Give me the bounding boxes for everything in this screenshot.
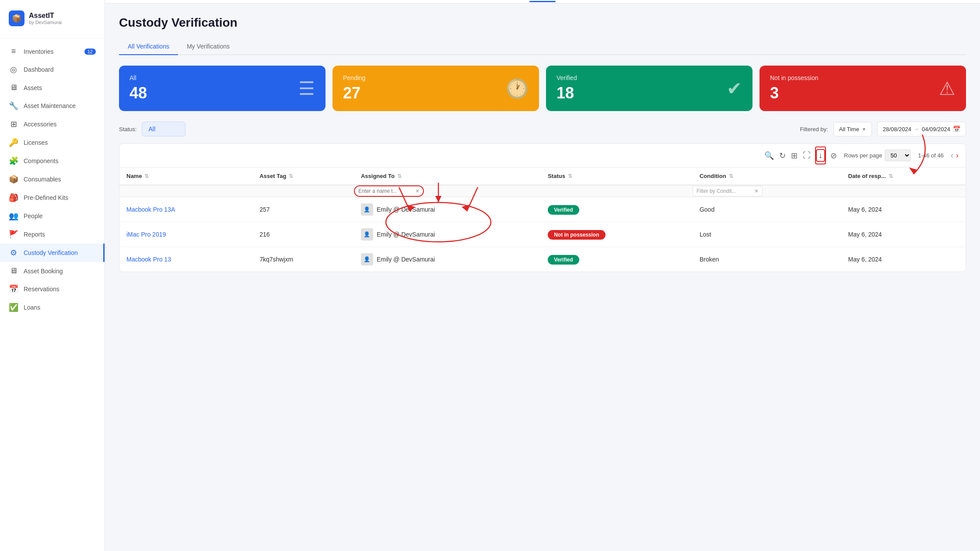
- sidebar-icon-loans: ✅: [9, 303, 18, 312]
- sidebar-item-licenses[interactable]: 🔑 Licenses: [0, 133, 105, 152]
- table-row: iMac Pro 2019 216 👤 Emily @ DevSamurai N…: [119, 222, 966, 247]
- status-badge-verified: Verified: [548, 205, 579, 215]
- sidebar-label-assets: Assets: [24, 84, 42, 91]
- stat-card-left-verified: Verified 18: [556, 74, 577, 102]
- cell-assigned-to: 👤 Emily @ DevSamurai: [354, 247, 541, 272]
- stat-card-left-not-in-possession: Not in possession 3: [770, 74, 819, 102]
- tab-my-verifications[interactable]: My Verifications: [178, 38, 238, 55]
- sidebar-item-assets[interactable]: 🖥 Assets: [0, 79, 105, 97]
- sidebar-label-reservations: Reservations: [24, 286, 60, 293]
- content-area: Custody Verification All VerificationsMy…: [105, 3, 980, 551]
- sidebar-icon-components: 🧩: [9, 156, 18, 166]
- sidebar-divider-top: [0, 38, 105, 39]
- sidebar-item-people[interactable]: 👥 People: [0, 207, 105, 225]
- download-icon[interactable]: ↓: [816, 149, 825, 162]
- filter-asset-tag-cell: [252, 185, 354, 197]
- filter-name-cell: [119, 185, 252, 197]
- sidebar-item-consumables[interactable]: 📦 Consumables: [0, 170, 105, 188]
- sidebar-label-accessories: Accessories: [24, 121, 56, 128]
- sidebar-icon-asset-booking: 🖥: [9, 266, 18, 276]
- sidebar-icon-accessories: ⊞: [9, 119, 18, 129]
- asset-link[interactable]: Macbook Pro 13A: [126, 206, 175, 213]
- sidebar-item-reports[interactable]: 🚩 Reports: [0, 225, 105, 244]
- stat-cards: All 48 ☰ Pending 27 🕐 Verified 18 ✔ Not …: [119, 66, 966, 111]
- sidebar-item-custody-verification[interactable]: ⚙ Custody Verification: [0, 244, 105, 262]
- sidebar-icon-inventories: ≡: [9, 47, 18, 56]
- cell-name: Macbook Pro 13: [119, 247, 252, 272]
- sidebar-icon-licenses: 🔑: [9, 138, 18, 147]
- table-body: Macbook Pro 13A 257 👤 Emily @ DevSamurai…: [119, 197, 966, 272]
- next-page-button[interactable]: ›: [956, 151, 959, 160]
- search-icon[interactable]: 🔍: [764, 151, 774, 160]
- fullscreen-icon[interactable]: ⛶: [803, 151, 811, 160]
- user-avatar: 👤: [361, 228, 373, 241]
- sidebar-label-components: Components: [24, 157, 58, 164]
- user-name: Emily @ DevSamurai: [377, 206, 435, 213]
- stat-card-icon-all: ☰: [298, 78, 315, 99]
- cell-asset-tag: 216: [252, 222, 354, 247]
- sidebar-nav: ≡ Inventories 12 ◎ Dashboard 🖥 Assets 🔧 …: [0, 42, 105, 317]
- status-filter-select[interactable]: All: [142, 122, 186, 136]
- tabs-bar: All VerificationsMy Verifications: [119, 38, 966, 55]
- assigned-to-filter-input[interactable]: [358, 188, 413, 194]
- sidebar-label-asset-maintenance: Asset Maintenance: [24, 102, 76, 109]
- stat-card-icon-verified: ✔: [727, 78, 742, 99]
- sidebar-label-consumables: Consumables: [24, 176, 61, 183]
- prev-page-button[interactable]: ‹: [951, 151, 953, 160]
- sort-asset-tag-icon[interactable]: ⇅: [289, 173, 293, 179]
- sidebar-item-inventories[interactable]: ≡ Inventories 12: [0, 42, 105, 60]
- col-status: Status ⇅: [541, 167, 693, 185]
- status-badge-verified: Verified: [548, 255, 579, 265]
- stat-label-pending: Pending: [343, 74, 365, 81]
- sidebar-icon-pre-defined-kits: 🎒: [9, 193, 18, 202]
- sidebar-icon-dashboard: ◎: [9, 65, 18, 74]
- asset-link[interactable]: iMac Pro 2019: [126, 231, 166, 238]
- sidebar-item-loans[interactable]: ✅ Loans: [0, 298, 105, 317]
- stat-card-pending[interactable]: Pending 27 🕐: [332, 66, 539, 111]
- stat-value-verified: 18: [556, 84, 577, 102]
- clear-assigned-to-filter[interactable]: ✕: [415, 188, 420, 194]
- asset-link[interactable]: Macbook Pro 13: [126, 256, 171, 263]
- date-from: 28/08/2024: [883, 126, 911, 133]
- sidebar-label-pre-defined-kits: Pre-Defined Kits: [24, 194, 68, 201]
- date-range-filter[interactable]: 28/08/2024 → 04/09/2024 📅: [877, 122, 966, 136]
- stat-card-verified[interactable]: Verified 18 ✔: [546, 66, 752, 111]
- rows-per-page-select[interactable]: 50 25 100: [885, 150, 911, 161]
- filter-condition-cell: Filter by Condit... ✕: [693, 185, 841, 197]
- top-bar: [105, 0, 980, 3]
- sidebar-item-asset-booking[interactable]: 🖥 Asset Booking: [0, 262, 105, 280]
- cell-date: May 6, 2024: [841, 197, 966, 222]
- refresh-icon[interactable]: ↻: [779, 151, 786, 160]
- sidebar-label-asset-booking: Asset Booking: [24, 268, 63, 275]
- sidebar-item-accessories[interactable]: ⊞ Accessories: [0, 115, 105, 133]
- sidebar-label-people: People: [24, 213, 43, 220]
- data-table: Name ⇅ Asset Tag ⇅: [119, 167, 966, 272]
- sidebar-item-dashboard[interactable]: ◎ Dashboard: [0, 60, 105, 79]
- stat-label-verified: Verified: [556, 74, 577, 81]
- sort-condition-icon[interactable]: ⇅: [729, 173, 733, 179]
- sort-date-icon[interactable]: ⇅: [889, 173, 893, 179]
- sort-name-icon[interactable]: ⇅: [144, 173, 149, 179]
- stat-value-not-in-possession: 3: [770, 84, 819, 102]
- sidebar-item-pre-defined-kits[interactable]: 🎒 Pre-Defined Kits: [0, 188, 105, 207]
- sort-status-icon[interactable]: ⇅: [568, 173, 572, 179]
- table-section: 🔍 ↻ ⊞ ⛶ ↓ ⊘ Rows per page 50 25 100: [119, 143, 966, 272]
- columns-icon[interactable]: ⊞: [791, 151, 798, 160]
- stat-card-not-in-possession[interactable]: Not in possession 3 ⚠: [760, 66, 966, 111]
- cell-status: Verified: [541, 197, 693, 222]
- status-filter-label: Status:: [119, 126, 136, 133]
- sidebar-label-licenses: Licenses: [24, 139, 48, 146]
- stat-card-all[interactable]: All 48 ☰: [119, 66, 326, 111]
- sidebar-icon-asset-maintenance: 🔧: [9, 101, 18, 111]
- clear-condition-filter[interactable]: ✕: [754, 188, 759, 194]
- time-filter-select[interactable]: All Time ▼: [833, 122, 872, 136]
- sidebar-item-reservations[interactable]: 📅 Reservations: [0, 280, 105, 298]
- tab-all-verifications[interactable]: All Verifications: [119, 38, 178, 55]
- sidebar-item-components[interactable]: 🧩 Components: [0, 152, 105, 170]
- cell-assigned-to: 👤 Emily @ DevSamurai: [354, 197, 541, 222]
- sidebar-item-asset-maintenance[interactable]: 🔧 Asset Maintenance: [0, 97, 105, 115]
- filter-icon[interactable]: ⊘: [830, 151, 837, 160]
- sidebar-icon-custody-verification: ⚙: [9, 248, 18, 258]
- filter-status-cell: [541, 185, 693, 197]
- sort-assigned-to-icon[interactable]: ⇅: [397, 173, 402, 179]
